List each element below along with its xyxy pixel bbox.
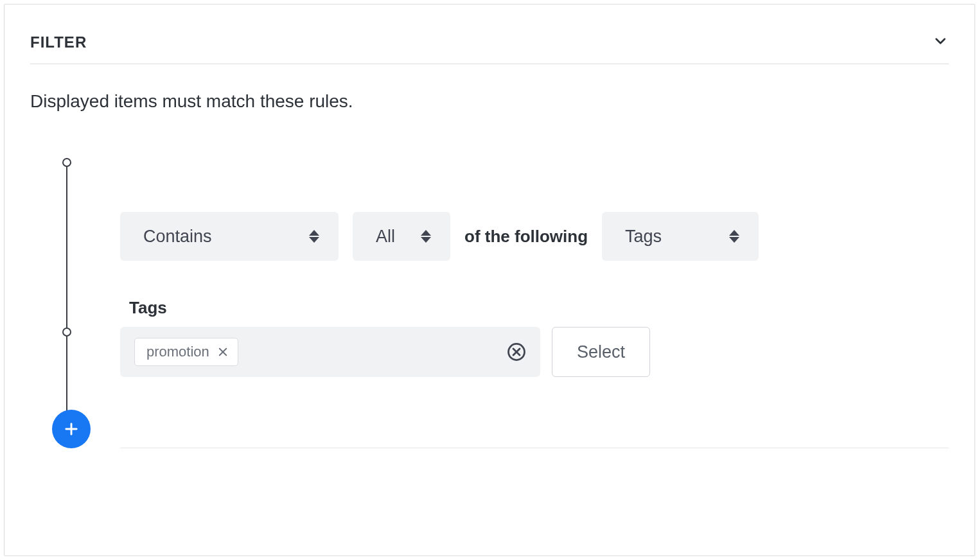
sort-icon: [729, 230, 739, 243]
filter-panel: FILTER Displayed items must match these …: [4, 4, 975, 556]
condition-middle-text: of the following: [464, 227, 588, 247]
rule-divider: [120, 448, 949, 448]
select-tags-button[interactable]: Select: [552, 327, 650, 377]
filter-title: FILTER: [30, 33, 87, 51]
chevron-down-icon[interactable]: [932, 33, 949, 52]
tags-row: promotion Select: [120, 327, 949, 377]
operator-select[interactable]: Contains: [120, 212, 339, 261]
tags-input[interactable]: promotion: [120, 327, 540, 377]
target-select-value: Tags: [625, 227, 662, 247]
operator-select-value: Contains: [143, 227, 212, 247]
tags-label: Tags: [129, 298, 949, 318]
add-rule-button[interactable]: [52, 410, 91, 448]
rule-timeline: [62, 157, 71, 448]
quantifier-select-value: All: [376, 227, 395, 247]
filter-description: Displayed items must match these rules.: [30, 91, 949, 112]
condition-row: Contains All of the following Tags: [120, 212, 949, 261]
rules-area: Contains All of the following Tags: [62, 157, 949, 448]
sort-icon: [309, 230, 319, 243]
sort-icon: [421, 230, 431, 243]
timeline-dot: [62, 328, 71, 337]
filter-header: FILTER: [30, 33, 949, 64]
target-select[interactable]: Tags: [602, 212, 759, 261]
quantifier-select[interactable]: All: [353, 212, 450, 261]
close-icon[interactable]: [217, 346, 229, 358]
timeline-dot: [62, 158, 71, 167]
rule-body: Contains All of the following Tags: [120, 157, 949, 448]
tag-chip: promotion: [134, 338, 238, 366]
clear-all-icon[interactable]: [507, 342, 526, 362]
tag-chip-label: promotion: [146, 344, 209, 360]
select-button-label: Select: [577, 342, 625, 362]
timeline-line: [66, 161, 67, 429]
